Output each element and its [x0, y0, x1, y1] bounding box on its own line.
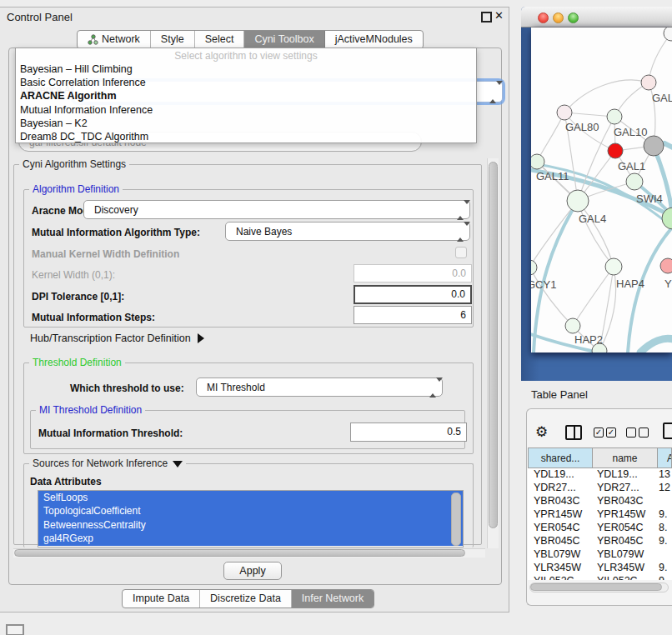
- checked-checkbox-icon[interactable]: ✓: [594, 428, 604, 438]
- table-row[interactable]: YBL079WYBL079W: [528, 548, 672, 562]
- table-row[interactable]: YDR27...YDR27...12: [528, 482, 672, 495]
- table-horizontal-scrollbar-thumb[interactable]: [530, 583, 662, 591]
- unchecked-checkbox-icon[interactable]: [639, 428, 649, 438]
- cell-shared: YLR345W: [534, 562, 581, 573]
- columns-icon[interactable]: [565, 425, 582, 440]
- mi-algorithm-type-combobox[interactable]: Naive Bayes: [225, 222, 470, 241]
- list-item-selfloops[interactable]: SelfLoops: [38, 491, 463, 504]
- tab-network-label: Network: [102, 31, 140, 48]
- bottom-tabbar: Impute Data Discretize Data Infer Networ…: [122, 589, 374, 608]
- network-node[interactable]: [626, 173, 643, 190]
- tab-impute-data[interactable]: Impute Data: [123, 590, 200, 608]
- dpi-tolerance-field[interactable]: 0.0: [354, 285, 472, 304]
- unchecked-checkbox-icon[interactable]: [626, 428, 636, 438]
- which-threshold-combobox[interactable]: MI Threshold: [196, 378, 443, 397]
- dropdown-item-aracne[interactable]: ARACNE Algorithm: [16, 89, 476, 102]
- dropdown-item-basic-correlation[interactable]: Basic Correlation Inference: [16, 76, 476, 89]
- network-node[interactable]: [607, 109, 622, 124]
- which-threshold-label: Which threshold to use:: [70, 382, 184, 394]
- column-header-name[interactable]: name: [593, 448, 657, 468]
- network-node[interactable]: [557, 105, 572, 120]
- node-label: GAL: [652, 92, 672, 104]
- tab-jactivemnodules-label: jActiveMNodules: [335, 31, 413, 48]
- table-row[interactable]: YBR043CYBR043C: [528, 495, 672, 508]
- aracne-mode-combobox[interactable]: Discovery: [83, 200, 470, 219]
- table-row[interactable]: YLR345WYLR345W9.: [528, 562, 672, 575]
- dropdown-item-dream8[interactable]: Dream8 DC_TDC Algorithm: [16, 130, 476, 143]
- node-label: GCY1: [531, 278, 556, 291]
- table-row[interactable]: YER054CYER054C8.: [528, 522, 672, 535]
- mi-steps-field[interactable]: 6: [354, 306, 472, 324]
- checked-checkbox-icon[interactable]: ✓: [606, 428, 616, 438]
- node-label: GAL80: [565, 121, 599, 133]
- kernel-width-field[interactable]: 0.0: [354, 264, 472, 282]
- close-icon[interactable]: ✕: [494, 9, 504, 22]
- list-item-betweennesscentrality[interactable]: BetweennessCentrality: [38, 518, 463, 532]
- network-node[interactable]: [531, 260, 537, 275]
- cell-shared: YIL052C: [534, 575, 574, 580]
- tab-cyni-toolbox[interactable]: Cyni Toolbox: [244, 31, 324, 48]
- settings-vertical-scrollbar-thumb[interactable]: [489, 162, 498, 528]
- hub-definition-expander[interactable]: Hub/Transcription Factor Definition: [30, 332, 204, 344]
- tab-discretize-data[interactable]: Discretize Data: [200, 590, 292, 608]
- network-canvas[interactable]: GAL GAL80 GAL10 GAL1 GAL11 SWI4 GAL4 GCY…: [531, 28, 672, 352]
- network-node[interactable]: [565, 318, 580, 333]
- list-scrollbar-thumb[interactable]: [451, 492, 461, 546]
- list-item-gal4rgexp[interactable]: gal4RGexp: [38, 532, 463, 545]
- manual-kernel-width-checkbox[interactable]: [455, 247, 467, 258]
- gear-icon[interactable]: ⚙: [535, 423, 548, 441]
- dropdown-item-bayesian-k2[interactable]: Bayesian – K2: [16, 117, 476, 130]
- list-item-topologicalcoefficient[interactable]: TopologicalCoefficient: [38, 504, 463, 518]
- mi-threshold-label: Mutual Information Threshold:: [38, 428, 183, 439]
- dropdown-item-bayesian-hill-climbing[interactable]: Bayesian – Hill Climbing: [16, 62, 476, 76]
- network-node[interactable]: [660, 258, 672, 273]
- manual-kernel-width-label: Manual Kernel Width Definition: [32, 248, 179, 260]
- cell-shared: YBR045C: [534, 535, 580, 547]
- aracne-mode-value: Discovery: [94, 201, 138, 219]
- cell-shared: YBL079W: [534, 548, 580, 560]
- network-node[interactable]: [664, 28, 672, 41]
- combo-arrows-icon: [457, 226, 463, 238]
- tab-cyni-toolbox-label: Cyni Toolbox: [254, 31, 313, 48]
- network-node[interactable]: [641, 75, 656, 90]
- column-header-partial[interactable]: A: [657, 448, 672, 468]
- table-row[interactable]: YPR145WYPR145W9.: [528, 508, 672, 522]
- table-row[interactable]: YIL052CYIL052C9: [528, 575, 672, 580]
- cell-name: YBR045C: [597, 535, 644, 547]
- cell-value: 13: [659, 468, 670, 480]
- expand-right-icon: [198, 333, 204, 343]
- table-panel-title: Table Panel: [531, 388, 588, 401]
- network-node[interactable]: [605, 258, 622, 275]
- network-node[interactable]: [531, 154, 544, 169]
- edge: [649, 33, 671, 82]
- dropdown-item-mutual-information[interactable]: Mutual Information Inference: [16, 103, 476, 117]
- zoom-traffic-light-icon[interactable]: [568, 12, 579, 23]
- mi-steps-label: Mutual Information Steps:: [32, 312, 155, 323]
- network-node[interactable]: [644, 136, 664, 156]
- bottom-left-partial-button[interactable]: [6, 624, 24, 635]
- table-row[interactable]: YBR045CYBR045C9.: [528, 535, 672, 548]
- new-table-icon[interactable]: [663, 422, 672, 439]
- apply-button[interactable]: Apply: [223, 562, 282, 580]
- cell-shared: YPR145W: [534, 508, 582, 520]
- float-window-icon[interactable]: [481, 12, 492, 22]
- node-label: GAL1: [618, 160, 645, 172]
- tab-infer-network[interactable]: Infer Network: [292, 590, 374, 608]
- node-label: Y: [664, 278, 672, 290]
- edge: [573, 267, 614, 326]
- mi-threshold-field[interactable]: 0.5: [350, 422, 467, 442]
- close-traffic-light-icon[interactable]: [538, 12, 549, 23]
- column-header-shared[interactable]: shared...: [528, 448, 593, 468]
- table-row[interactable]: YDL19...YDL19...13: [528, 468, 672, 482]
- network-node[interactable]: [608, 143, 623, 158]
- control-panel-tabbar: Network Style Select Cyni Toolbox jActiv…: [77, 30, 424, 49]
- tab-style[interactable]: Style: [151, 31, 195, 48]
- tab-jactivemnodules[interactable]: jActiveMNodules: [325, 31, 423, 48]
- tab-network[interactable]: Network: [78, 31, 151, 48]
- network-node[interactable]: [567, 190, 589, 212]
- which-threshold-value: MI Threshold: [207, 378, 265, 397]
- minimize-traffic-light-icon[interactable]: [553, 12, 564, 23]
- sources-group-title[interactable]: Sources for Network Inference: [29, 458, 186, 469]
- tab-select[interactable]: Select: [195, 31, 245, 48]
- settings-horizontal-scrollbar-thumb[interactable]: [14, 549, 465, 557]
